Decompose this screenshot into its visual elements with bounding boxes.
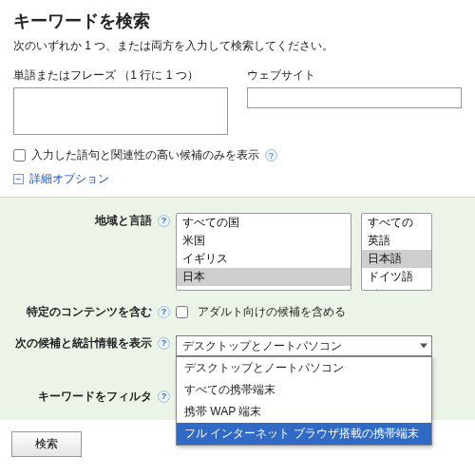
help-icon[interactable]: ? bbox=[158, 390, 170, 403]
related-only-label: 入力した語句と関連性の高い候補のみを表示 bbox=[31, 147, 259, 163]
country-option[interactable]: すべての国 bbox=[177, 214, 351, 232]
phrase-label: 単語またはフレーズ （1 行に 1 つ） bbox=[13, 67, 228, 84]
search-button[interactable]: 検索 bbox=[11, 431, 82, 457]
country-option[interactable]: 日本 bbox=[177, 268, 351, 286]
adult-label: アダルト向けの候補を含める bbox=[198, 304, 346, 320]
page-subtitle: 次のいずれか 1 つ、または両方を入力して検索してください。 bbox=[13, 38, 462, 54]
device-option[interactable]: デスクトップとノートパソコン bbox=[177, 357, 431, 379]
page-title: キーワードを検索 bbox=[13, 10, 462, 32]
country-option[interactable]: ドイツ bbox=[177, 286, 351, 291]
language-option[interactable]: ドイツ語 bbox=[362, 268, 431, 286]
language-option[interactable]: すべての bbox=[362, 214, 431, 232]
stats-label: 次の候補と統計情報を表示 bbox=[15, 335, 152, 352]
phrase-input[interactable] bbox=[13, 87, 228, 135]
collapse-icon[interactable]: − bbox=[13, 174, 24, 184]
language-option[interactable]: 日本語 bbox=[362, 250, 431, 268]
device-option[interactable]: すべての携帯端末 bbox=[177, 379, 431, 401]
language-option[interactable]: 英語 bbox=[362, 232, 431, 250]
country-option[interactable]: イギリス bbox=[177, 250, 351, 268]
adult-checkbox[interactable] bbox=[176, 306, 188, 318]
device-selected: デスクトップとノートパソコン bbox=[182, 338, 342, 354]
advanced-panel: 地域と言語 ? すべての国米国イギリス日本ドイツ すべての英語日本語ドイツ語ポル… bbox=[0, 197, 475, 420]
help-icon[interactable]: ? bbox=[265, 149, 277, 162]
device-select[interactable]: デスクトップとノートパソコン bbox=[176, 335, 432, 356]
country-select[interactable]: すべての国米国イギリス日本ドイツ bbox=[176, 213, 352, 291]
device-option[interactable]: フル インターネット ブラウザ搭載の携帯端末 bbox=[177, 423, 431, 445]
advanced-link[interactable]: 詳細オプション bbox=[29, 171, 109, 187]
help-icon[interactable]: ? bbox=[158, 306, 170, 318]
help-icon[interactable]: ? bbox=[158, 337, 170, 350]
device-option[interactable]: 携帯 WAP 端末 bbox=[177, 401, 431, 423]
website-input[interactable] bbox=[247, 87, 462, 108]
device-dropdown: デスクトップとノートパソコンすべての携帯端末携帯 WAP 端末フル インターネッ… bbox=[176, 356, 432, 446]
website-label: ウェブサイト bbox=[247, 67, 462, 84]
help-icon[interactable]: ? bbox=[158, 215, 170, 227]
content-label: 特定のコンテンツを含む bbox=[27, 304, 152, 320]
region-lang-label: 地域と言語 bbox=[95, 213, 152, 229]
country-option[interactable]: 米国 bbox=[177, 232, 351, 250]
related-only-checkbox[interactable] bbox=[13, 149, 26, 162]
language-select[interactable]: すべての英語日本語ドイツ語ポルトガ bbox=[361, 213, 432, 291]
filter-label: キーワードをフィルタ bbox=[38, 389, 152, 405]
language-option[interactable]: ポルトガ bbox=[362, 286, 431, 291]
